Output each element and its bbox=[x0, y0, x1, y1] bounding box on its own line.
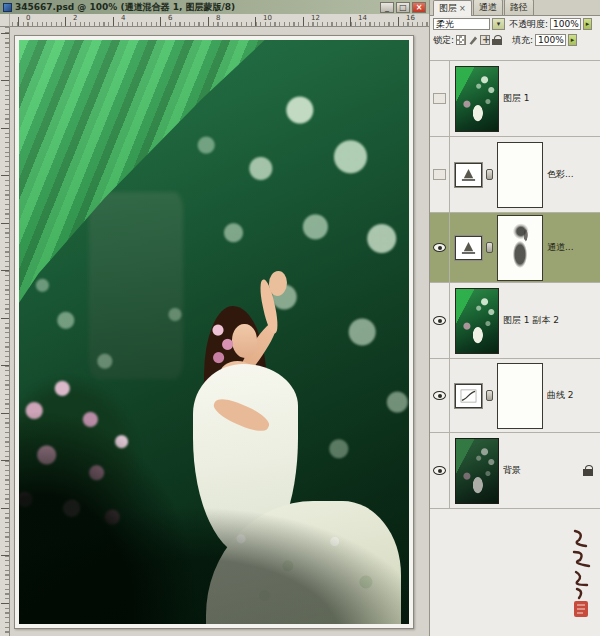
layer-name: 曲线 2 bbox=[547, 389, 574, 402]
layer-mask-thumbnail[interactable] bbox=[497, 363, 543, 429]
photo-canvas[interactable] bbox=[19, 40, 409, 624]
eye-icon[interactable] bbox=[433, 391, 446, 400]
ruler-tick-label: 8 bbox=[216, 14, 220, 22]
mask-link-icon bbox=[486, 390, 493, 401]
layers-list: 图层 1 色彩... bbox=[430, 60, 600, 509]
layer-mask-thumbnail-silhouette[interactable] bbox=[497, 215, 543, 281]
tab-layers[interactable]: 图层× bbox=[433, 0, 472, 16]
layer-name: 背景 bbox=[503, 464, 521, 477]
visibility-toggle[interactable] bbox=[430, 283, 450, 358]
visibility-toggle[interactable] bbox=[430, 433, 450, 508]
layer-name: 图层 1 副本 2 bbox=[503, 314, 559, 327]
lock-all-icon[interactable] bbox=[492, 35, 502, 45]
layer-row-background[interactable]: 背景 bbox=[430, 433, 600, 509]
photo-frame bbox=[14, 35, 414, 629]
layer-thumbnail[interactable] bbox=[455, 66, 499, 132]
horizontal-ruler: 0 2 4 6 8 10 12 14 16 bbox=[10, 14, 429, 27]
ruler-tick-label: 16 bbox=[406, 14, 415, 22]
eye-icon[interactable] bbox=[433, 316, 446, 325]
visibility-toggle[interactable] bbox=[430, 213, 450, 282]
layer-thumbnail[interactable] bbox=[455, 438, 499, 504]
panel-tabbar: 图层× 通道 路径 bbox=[430, 0, 600, 16]
fill-arrow-icon[interactable]: ▸ bbox=[568, 34, 577, 46]
curves-adjustment-icon[interactable] bbox=[455, 384, 482, 408]
mask-link-icon bbox=[486, 242, 493, 253]
adjustment-layer-icon[interactable] bbox=[455, 236, 482, 260]
lock-label: 锁定: bbox=[433, 34, 454, 47]
tab-paths[interactable]: 路径 bbox=[504, 0, 534, 15]
eye-hidden-box[interactable] bbox=[433, 93, 446, 104]
tab-channels[interactable]: 通道 bbox=[473, 0, 503, 15]
layer-mask-thumbnail[interactable] bbox=[497, 142, 543, 208]
vertical-ruler bbox=[0, 27, 10, 636]
psd-file-icon bbox=[3, 3, 12, 12]
visibility-toggle[interactable] bbox=[430, 61, 450, 136]
canvas-area bbox=[10, 27, 429, 636]
ruler-tick-label: 0 bbox=[26, 14, 30, 22]
adjustment-layer-icon[interactable] bbox=[455, 163, 482, 187]
photoshop-app: 345667.psd @ 100% (通道混合器 1, 图层蒙版/8) _ □ … bbox=[0, 0, 600, 636]
tab-close-icon[interactable]: × bbox=[459, 4, 466, 13]
fill-label: 填充: bbox=[512, 34, 533, 47]
background-lock-icon bbox=[583, 465, 593, 476]
layer-row-layer1[interactable]: 图层 1 bbox=[430, 61, 600, 137]
ruler-tick-label: 4 bbox=[121, 14, 125, 22]
lock-position-icon[interactable] bbox=[480, 35, 490, 45]
ruler-tick-label: 10 bbox=[263, 14, 272, 22]
layers-panel: 图层× 通道 路径 柔光 ▾ 不透明度: 100% ▸ 锁定: 填充: 100%… bbox=[429, 0, 600, 636]
mask-link-icon bbox=[486, 169, 493, 180]
layer-thumbnail[interactable] bbox=[455, 288, 499, 354]
ruler-tick-label: 6 bbox=[168, 14, 172, 22]
opacity-arrow-icon[interactable]: ▸ bbox=[583, 18, 592, 30]
layer-name: 通道... bbox=[547, 241, 574, 254]
chevron-down-icon[interactable]: ▾ bbox=[492, 18, 505, 30]
ruler-tick-label: 14 bbox=[358, 14, 367, 22]
ruler-corner bbox=[0, 14, 10, 27]
layer-row-curves2[interactable]: 曲线 2 bbox=[430, 359, 600, 433]
ruler-tick-label: 12 bbox=[311, 14, 320, 22]
opacity-input[interactable]: 100% bbox=[550, 18, 581, 30]
opacity-label: 不透明度: bbox=[509, 18, 548, 31]
minimize-button[interactable]: _ bbox=[380, 2, 394, 13]
blend-mode-select[interactable]: 柔光 bbox=[433, 18, 490, 30]
calligraphy-signature-watermark bbox=[566, 526, 594, 626]
layer-name: 色彩... bbox=[547, 168, 574, 181]
blend-options-row: 柔光 ▾ 不透明度: 100% ▸ bbox=[430, 16, 600, 32]
layer-row-channel-mixer[interactable]: 通道... bbox=[430, 213, 600, 283]
ruler-tick-label: 2 bbox=[73, 14, 77, 22]
eye-icon[interactable] bbox=[433, 243, 446, 252]
layer-name: 图层 1 bbox=[503, 92, 530, 105]
maximize-button[interactable]: □ bbox=[396, 2, 410, 13]
eye-icon[interactable] bbox=[433, 466, 446, 475]
lock-transparency-icon[interactable] bbox=[456, 35, 466, 45]
document-title: 345667.psd @ 100% (通道混合器 1, 图层蒙版/8) bbox=[15, 1, 377, 14]
lock-pixels-icon[interactable] bbox=[468, 35, 478, 45]
eye-hidden-box[interactable] bbox=[433, 169, 446, 180]
close-button[interactable]: × bbox=[412, 2, 426, 13]
document-window: 345667.psd @ 100% (通道混合器 1, 图层蒙版/8) _ □ … bbox=[0, 0, 429, 636]
layer-row-layer1-copy2[interactable]: 图层 1 副本 2 bbox=[430, 283, 600, 359]
visibility-toggle[interactable] bbox=[430, 359, 450, 432]
fill-input[interactable]: 100% bbox=[535, 34, 566, 46]
visibility-toggle[interactable] bbox=[430, 137, 450, 212]
layer-row-color-balance[interactable]: 色彩... bbox=[430, 137, 600, 213]
shadow-vignette bbox=[19, 40, 409, 624]
document-titlebar[interactable]: 345667.psd @ 100% (通道混合器 1, 图层蒙版/8) _ □ … bbox=[0, 0, 429, 14]
lock-options-row: 锁定: 填充: 100% ▸ bbox=[430, 32, 600, 48]
